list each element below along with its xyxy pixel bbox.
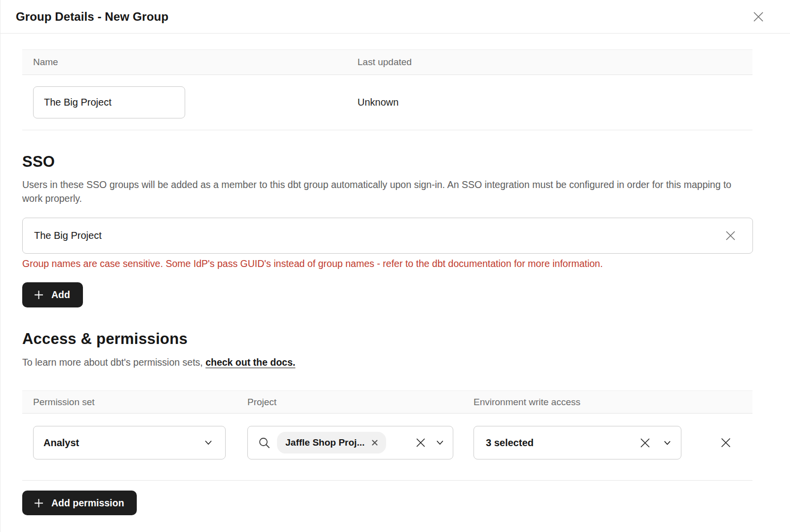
clear-icon (638, 436, 652, 450)
modal-header: Group Details - New Group (0, 0, 790, 34)
docs-link[interactable]: check out the docs. (205, 357, 295, 368)
project-multiselect[interactable]: Jaffle Shop Proj... (247, 426, 453, 459)
delete-permission-row-button[interactable] (719, 436, 733, 450)
modal-content: Name Last updated Unknown SSO Users in t… (0, 49, 790, 515)
access-description: To learn more about dbt's permission set… (22, 357, 752, 368)
access-permissions-heading: Access & permissions (22, 330, 752, 348)
permission-set-select[interactable]: Analyst (33, 426, 226, 459)
chevron-down-icon (435, 438, 445, 448)
search-icon (258, 436, 271, 450)
environment-clear-button[interactable] (638, 436, 652, 450)
close-button[interactable] (751, 10, 765, 24)
project-chip-label: Jaffle Shop Proj... (285, 437, 364, 448)
clear-icon (723, 228, 738, 243)
plus-icon (34, 290, 44, 300)
clear-icon (414, 436, 427, 449)
project-clear-button[interactable] (414, 436, 427, 449)
permissions-table-header: Permission set Project Environment write… (22, 390, 752, 414)
add-permission-button[interactable]: Add permission (22, 491, 137, 515)
sso-group-input-value: The Big Project (34, 230, 723, 241)
sso-heading: SSO (22, 153, 752, 171)
chevron-down-icon (663, 438, 672, 448)
permissions-table: Permission set Project Environment write… (22, 390, 752, 481)
column-header-name: Name (22, 57, 347, 68)
sso-group-input[interactable]: The Big Project (22, 218, 753, 254)
chevron-down-icon (203, 438, 213, 448)
delete-row-icon (719, 436, 733, 450)
last-updated-value: Unknown (347, 97, 752, 108)
group-table: Name Last updated Unknown (22, 49, 752, 130)
plus-icon (34, 498, 44, 508)
close-icon (751, 10, 765, 24)
column-header-project: Project (237, 397, 463, 408)
add-permission-button-label: Add permission (51, 497, 124, 509)
environment-access-select[interactable]: 3 selected (474, 426, 681, 459)
group-table-header: Name Last updated (22, 49, 752, 75)
add-button-label: Add (51, 289, 70, 301)
add-sso-group-button[interactable]: Add (22, 282, 83, 307)
sso-group-clear-button[interactable] (723, 228, 738, 243)
project-chip[interactable]: Jaffle Shop Proj... (277, 432, 386, 454)
permission-set-value: Analyst (43, 437, 79, 449)
access-description-prefix: To learn more about dbt's permission set… (22, 357, 205, 368)
group-name-input[interactable] (33, 86, 185, 118)
sso-description: Users in these SSO groups will be added … (22, 178, 748, 205)
group-details-modal: Group Details - New Group Name Last upda… (0, 0, 790, 532)
environment-access-value: 3 selected (486, 437, 534, 449)
page-title: Group Details - New Group (16, 10, 168, 24)
column-header-last-updated: Last updated (347, 57, 752, 68)
permission-row: Analyst (22, 414, 752, 481)
chip-remove-icon[interactable] (371, 439, 378, 446)
column-header-permission-set: Permission set (22, 397, 237, 408)
column-header-environment: Environment write access (463, 397, 699, 408)
sso-warning-text: Group names are case sensitive. Some IdP… (22, 258, 752, 269)
table-row: Unknown (22, 75, 752, 130)
